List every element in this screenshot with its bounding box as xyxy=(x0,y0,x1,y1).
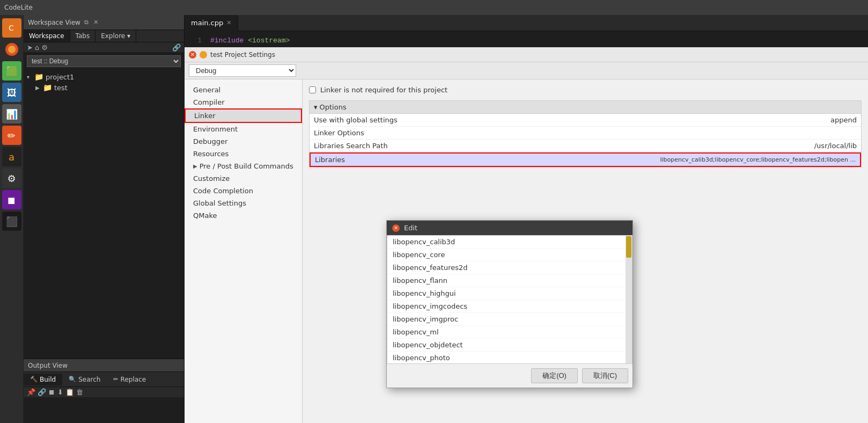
dialog-close-btn[interactable]: ✕ xyxy=(392,224,400,232)
replace-icon: ✏ xyxy=(113,376,118,383)
dialog-title: Edit xyxy=(404,224,417,232)
tree-item-project1[interactable]: ▾ 📁 project1 xyxy=(24,71,184,82)
list-item-core[interactable]: libopencv_core xyxy=(387,249,632,261)
list-item-photo[interactable]: libopencv_photo xyxy=(387,352,632,364)
config-select[interactable]: test :: Debug xyxy=(27,55,181,67)
toolbar-send-icon[interactable]: ➤ xyxy=(27,43,33,52)
dock-icon-firefox[interactable] xyxy=(2,40,21,59)
editor-tab-main-cpp[interactable]: main.cpp ✕ xyxy=(185,15,238,31)
nav-code-completion[interactable]: Code Completion xyxy=(185,185,302,197)
list-item-objdetect[interactable]: libopencv_objdetect xyxy=(387,339,632,352)
nav-environment[interactable]: Environment xyxy=(185,123,302,135)
dock-icon-amazon[interactable]: a xyxy=(2,147,21,166)
close-icon[interactable]: ✕ xyxy=(92,19,100,26)
stop-icon[interactable]: ⏹ xyxy=(48,388,55,396)
search-icon: 🔍 xyxy=(69,376,76,383)
dialog-content: libopencv_calib3d libopencv_core libopen… xyxy=(387,235,632,388)
link2-icon[interactable]: 🔗 xyxy=(38,388,46,396)
settings-min-btn[interactable] xyxy=(200,51,207,59)
tab-close-main-cpp[interactable]: ✕ xyxy=(226,19,231,26)
tree-toggle-project1[interactable]: ▾ xyxy=(27,74,34,80)
options-section: ▾ Options Use with global settings appen… xyxy=(309,100,862,167)
nav-label-qmake: QMake xyxy=(193,212,217,220)
restore-icon[interactable]: ⧉ xyxy=(83,19,90,26)
nav-compiler[interactable]: Compiler xyxy=(185,96,302,108)
nav-label-customize: Customize xyxy=(193,174,230,183)
dock-icon-purple[interactable]: ◼ xyxy=(2,190,21,209)
settings-close-btn[interactable]: ✕ xyxy=(189,51,196,59)
output-tab-replace[interactable]: ✏ Replace xyxy=(107,374,152,385)
svg-text:C: C xyxy=(9,24,14,32)
tree-label-test: test xyxy=(54,84,68,92)
nav-customize[interactable]: Customize xyxy=(185,172,302,185)
copy-icon[interactable]: 📋 xyxy=(65,388,74,396)
list-item-calib3d[interactable]: libopencv_calib3d xyxy=(387,236,632,249)
pin-icon[interactable]: 📌 xyxy=(27,388,35,396)
list-item-ml[interactable]: libopencv_ml xyxy=(387,326,632,339)
options-row-libraries[interactable]: Libraries libopencv_calib3d;libopencv_co… xyxy=(310,152,861,167)
workspace-header: Workspace View ⧉ ✕ xyxy=(24,15,184,30)
list-item-flann[interactable]: libopencv_flann xyxy=(387,274,632,287)
settings-config-select[interactable]: Debug xyxy=(189,64,296,77)
output-tab-search[interactable]: 🔍 Search xyxy=(62,374,107,385)
tree-toggle-test[interactable]: ▶ xyxy=(35,85,43,91)
dock-icon-green[interactable]: 🟩 xyxy=(2,61,21,81)
edit-dialog: ✕ Edit libopencv_calib3d libopencv_core … xyxy=(386,220,633,388)
clear-icon[interactable]: 🗑 xyxy=(76,388,83,396)
linker-not-required-label: Linker is not required for this project xyxy=(320,86,447,94)
nav-resources[interactable]: Resources xyxy=(185,148,302,160)
left-dock: C 🟩 🖼 📊 ✏ a ⚙ ◼ ⬛ xyxy=(0,15,24,423)
dock-icon-black[interactable]: ⬛ xyxy=(2,212,21,231)
dialog-cancel-btn[interactable]: 取消(C) xyxy=(582,368,628,383)
options-key-global: Use with global settings xyxy=(314,116,585,124)
output-title: Output View xyxy=(28,362,68,369)
output-toolbar: 📌 🔗 ⏹ ⬇ 📋 🗑 xyxy=(24,387,184,397)
options-collapse-icon[interactable]: ▾ xyxy=(314,103,318,111)
nav-general[interactable]: General xyxy=(185,84,302,96)
toolbar-link-icon[interactable]: 🔗 xyxy=(172,43,181,52)
dialog-library-list: libopencv_calib3d libopencv_core libopen… xyxy=(387,235,632,364)
nav-label-pre-post: Pre / Post Build Commands xyxy=(200,162,293,170)
nav-linker[interactable]: Linker xyxy=(185,108,302,123)
scrollbar-thumb[interactable] xyxy=(626,236,631,258)
folder-icon-test: 📁 xyxy=(43,83,52,92)
dialog-ok-btn[interactable]: 确定(O) xyxy=(531,368,578,383)
list-item-imgcodecs[interactable]: libopencv_imgcodecs xyxy=(387,300,632,313)
down-icon[interactable]: ⬇ xyxy=(57,388,63,396)
tab-tabs[interactable]: Tabs xyxy=(70,30,96,42)
nav-qmake[interactable]: QMake xyxy=(185,209,302,222)
dock-icon-blue[interactable]: 🖼 xyxy=(2,83,21,102)
linker-checkbox-row: Linker is not required for this project xyxy=(309,86,862,94)
dock-icon-codelite[interactable]: C xyxy=(2,18,21,38)
toolbar-home-icon[interactable]: ⌂ xyxy=(35,43,39,52)
dialog-scrollbar[interactable] xyxy=(626,236,632,363)
dock-icon-redorange[interactable]: ✏ xyxy=(2,126,21,145)
dock-icon-dark[interactable]: ⚙ xyxy=(2,169,21,188)
options-value-global: append xyxy=(585,116,857,124)
tab-workspace[interactable]: Workspace xyxy=(24,30,70,42)
options-value-libraries: libopencv_calib3d;libopencv_core;libopen… xyxy=(585,156,856,163)
dock-icon-gray[interactable]: 📊 xyxy=(2,104,21,123)
output-tabs: 🔨 Build 🔍 Search ✏ Replace xyxy=(24,372,184,387)
output-header: Output View xyxy=(24,359,184,372)
folder-icon-project1: 📁 xyxy=(34,72,43,81)
linker-not-required-checkbox[interactable] xyxy=(309,86,316,93)
tab-explore[interactable]: Explore ▾ xyxy=(95,30,136,42)
tree-item-test[interactable]: ▶ 📁 test xyxy=(24,82,184,93)
toolbar-gear-icon[interactable]: ⚙ xyxy=(41,43,48,52)
nav-global-settings[interactable]: Global Settings xyxy=(185,197,302,209)
workspace-header-title: Workspace View xyxy=(28,19,80,26)
settings-title: test Project Settings xyxy=(210,51,275,59)
nav-label-compiler: Compiler xyxy=(193,98,225,106)
output-tab-build[interactable]: 🔨 Build xyxy=(24,374,62,385)
nav-label-debugger: Debugger xyxy=(193,137,227,145)
nav-debugger[interactable]: Debugger xyxy=(185,135,302,148)
settings-config-bar: Debug xyxy=(185,62,868,79)
list-item-highgui[interactable]: libopencv_highgui xyxy=(387,287,632,300)
settings-header: ✕ test Project Settings xyxy=(185,47,868,62)
list-item-imgproc[interactable]: libopencv_imgproc xyxy=(387,313,632,326)
list-item-features2d[interactable]: libopencv_features2d xyxy=(387,261,632,274)
nav-pre-post[interactable]: ▶ Pre / Post Build Commands xyxy=(185,160,302,172)
options-row-linker-opts: Linker Options xyxy=(310,127,861,140)
tab-bar: main.cpp ✕ xyxy=(185,15,868,31)
